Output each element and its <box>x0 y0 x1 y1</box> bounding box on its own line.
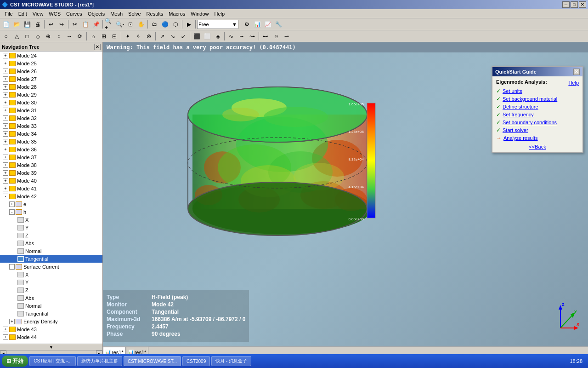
expander-mode39[interactable]: + <box>3 170 8 176</box>
tree-sc-abs[interactable]: Abs <box>0 294 102 302</box>
expander-mode31[interactable]: + <box>3 108 8 113</box>
view3d-btn[interactable]: 🗂 <box>149 19 159 29</box>
tb-btn-a[interactable]: ⚙ <box>242 19 252 29</box>
quickstart-close[interactable]: ✕ <box>573 69 580 75</box>
t2-btn-22[interactable]: ∼ <box>237 31 247 41</box>
menu-curves[interactable]: Curves <box>63 10 85 17</box>
expander-mode34[interactable]: + <box>3 131 8 137</box>
tree-mode-28[interactable]: + Mode 28 <box>0 83 102 91</box>
qs-link-6[interactable]: Start solver <box>503 127 528 133</box>
t2-btn-19[interactable]: ⬜ <box>202 31 212 41</box>
zoom-in-btn[interactable]: 🔍+ <box>104 19 114 29</box>
nav-tree-content[interactable]: + Mode 24 + Mode 25 + Mode 26 + Mode 27 <box>0 52 102 344</box>
qs-link-5[interactable]: Set boundary conditions <box>503 120 557 125</box>
qs-link-7[interactable]: Analyze results <box>503 135 538 141</box>
expander-mode43[interactable]: + <box>3 327 8 332</box>
tree-h-abs[interactable]: Abs <box>0 239 102 247</box>
restore-button[interactable]: □ <box>571 1 578 8</box>
expander-mode32[interactable]: + <box>3 115 8 121</box>
expander-mode25[interactable]: + <box>3 61 8 66</box>
new-btn[interactable]: 📄 <box>1 19 11 29</box>
menu-mesh[interactable]: Mesh <box>107 10 125 17</box>
cut-btn[interactable]: ✂ <box>70 19 80 29</box>
qs-link-1[interactable]: Set units <box>503 88 522 94</box>
start-button[interactable]: ⊞ 开始 <box>2 356 28 367</box>
expander-sc[interactable]: - <box>9 264 15 270</box>
tree-h-z[interactable]: Z <box>0 231 102 239</box>
t2-btn-21[interactable]: ∿ <box>226 31 236 41</box>
expander-mode26[interactable]: + <box>3 69 8 74</box>
tree-sc-tangential[interactable]: Tangential <box>0 310 102 317</box>
tree-sc-x[interactable]: X <box>0 270 102 278</box>
qs-link-2[interactable]: Set background material <box>503 96 557 102</box>
fit-btn[interactable]: ⊡ <box>125 19 136 29</box>
menu-view[interactable]: View <box>30 10 46 17</box>
print-btn[interactable]: 🖨 <box>33 19 43 29</box>
expander-mode41[interactable]: + <box>3 186 8 191</box>
expander-mode30[interactable]: + <box>3 100 8 105</box>
taskbar-item-2[interactable]: 新势力单片机主群 <box>77 356 122 366</box>
t2-btn-14[interactable]: ⊗ <box>144 31 154 41</box>
tree-mode-27[interactable]: + Mode 27 <box>0 75 102 83</box>
expander-ed[interactable]: + <box>9 319 15 324</box>
expander-mode38[interactable]: + <box>3 162 8 168</box>
expander-mode24[interactable]: + <box>3 53 8 58</box>
taskbar-item-4[interactable]: CST2009 <box>182 356 210 366</box>
menu-objects[interactable]: Objects <box>85 10 107 17</box>
tb-btn-d[interactable]: 🔧 <box>273 19 283 29</box>
menu-edit[interactable]: Edit <box>16 10 30 17</box>
expander-h[interactable]: - <box>9 209 15 215</box>
expander-mode37[interactable]: + <box>3 155 8 160</box>
tree-mode42-h[interactable]: - h <box>0 208 102 216</box>
tree-mode-31[interactable]: + Mode 31 <box>0 106 102 114</box>
taskbar-item-1[interactable]: CST应用 | 交流 -... <box>29 356 76 366</box>
t2-btn-4[interactable]: ◇ <box>33 31 43 41</box>
tree-mode-30[interactable]: + Mode 30 <box>0 98 102 106</box>
minimize-button[interactable]: ─ <box>562 1 570 8</box>
tree-mode-43[interactable]: + Mode 43 <box>0 325 102 333</box>
t2-btn-25[interactable]: ⍾ <box>271 31 281 41</box>
t2-btn-5[interactable]: ⊕ <box>43 31 53 41</box>
tree-mode-35[interactable]: + Mode 35 <box>0 138 102 145</box>
save-btn[interactable]: 💾 <box>22 19 32 29</box>
undo-btn[interactable]: ↩ <box>46 19 56 29</box>
menu-window[interactable]: Window <box>188 10 211 17</box>
qs-link-4[interactable]: Set frequency <box>503 112 534 117</box>
t2-btn-15[interactable]: ↗ <box>157 31 167 41</box>
tree-sc-z[interactable]: Z <box>0 286 102 294</box>
expander-mode36[interactable]: + <box>3 147 8 152</box>
tree-mode-29[interactable]: + Mode 29 <box>0 91 102 98</box>
tree-mode-40[interactable]: + Mode 40 <box>0 177 102 184</box>
qs-help-link[interactable]: Help <box>568 80 579 86</box>
tree-energy-density[interactable]: + Energy Density <box>0 317 102 325</box>
expander-mode40[interactable]: + <box>3 178 8 184</box>
t2-btn-17[interactable]: ↙ <box>178 31 188 41</box>
zoom-out-btn[interactable]: 🔍- <box>115 19 125 29</box>
t2-btn-18[interactable]: ⬛ <box>192 31 202 41</box>
t2-btn-6[interactable]: ↕ <box>54 31 64 41</box>
tree-mode-42[interactable]: - Mode 42 <box>0 192 102 200</box>
expander-mode27[interactable]: + <box>3 76 8 82</box>
tree-mode42-e[interactable]: + e <box>0 200 102 208</box>
menu-macros[interactable]: Macros <box>166 10 188 17</box>
render-btn[interactable]: 🔵 <box>160 19 170 29</box>
tb-btn-b[interactable]: 📊 <box>252 19 262 29</box>
tree-mode-26[interactable]: + Mode 26 <box>0 67 102 75</box>
t2-btn-3[interactable]: □ <box>22 31 32 41</box>
nav-tree-close[interactable]: ✕ <box>94 44 101 50</box>
tree-h-normal[interactable]: Normal <box>0 247 102 255</box>
t2-btn-2[interactable]: △ <box>11 31 22 41</box>
tree-scroll-down[interactable]: ▼ <box>0 344 102 350</box>
taskbar-item-3[interactable]: CST MICROWAVE ST... <box>124 356 181 366</box>
copy-btn[interactable]: 📋 <box>80 19 90 29</box>
t2-btn-13[interactable]: ✧ <box>133 31 143 41</box>
tree-mode-41[interactable]: + Mode 41 <box>0 184 102 192</box>
tree-mode-24[interactable]: + Mode 24 <box>0 52 102 59</box>
expander-mode35[interactable]: + <box>3 139 8 144</box>
tree-mode-36[interactable]: + Mode 36 <box>0 145 102 153</box>
expander-e[interactable]: + <box>9 201 15 207</box>
expander-mode28[interactable]: + <box>3 84 8 90</box>
t2-btn-1[interactable]: ○ <box>1 31 11 41</box>
t2-btn-11[interactable]: ⊟ <box>109 31 119 41</box>
t2-btn-20[interactable]: ◈ <box>213 31 223 41</box>
